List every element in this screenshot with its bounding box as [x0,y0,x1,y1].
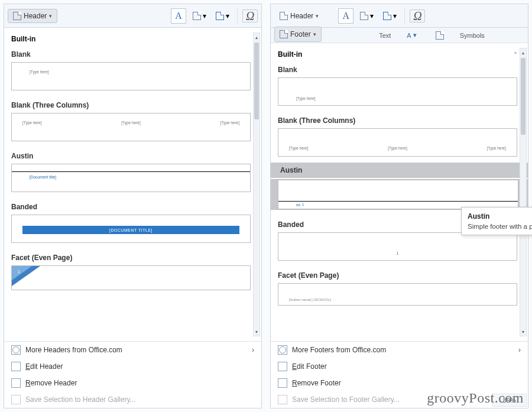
section-title: Built-in [11,33,251,46]
chevron-down-icon: ▾ [49,13,52,19]
omega-button[interactable]: Ω [242,9,258,22]
footer-gallery-panel: Header ▾ A ▾ ▾ Ω Footer ▾ Text A▾ Symbol… [270,4,528,408]
watermark: groovyPost.com [427,390,524,406]
preset-three-cols-thumb[interactable]: [Type here] [Type here] [Type here] [11,113,251,141]
dropdown-footer: More Headers from Office.com › Edit Head… [4,341,261,408]
edit-header-menu-item[interactable]: Edit Header [4,358,261,375]
preset-blank-label[interactable]: Blank [11,46,251,61]
ribbon: Header ▾ A ▾ ▾ Ω [4,4,261,28]
preset-blank-thumb[interactable]: [Type here] [278,77,517,106]
remove-footer-menu-item[interactable]: Remove Footer [271,375,528,391]
ribbon-small-4[interactable] [433,30,447,41]
page-remove-icon [11,378,21,388]
header-dropdown-button[interactable]: Header ▾ [8,9,57,23]
chevron-right-icon: › [252,346,254,354]
preset-banded-thumb[interactable]: 1 [278,232,517,261]
footer-dropdown-button[interactable]: Footer ▾ [274,27,322,42]
scrollbar-thumb[interactable] [521,58,525,135]
preset-three-cols-label[interactable]: Blank (Three Columns) [278,112,517,127]
tooltip-title: Austin [468,212,532,220]
tooltip-desc: Simple footer with a page border [468,223,532,230]
chevron-down-icon: ▾ [316,13,319,19]
chevron-right-icon: › [518,346,521,354]
text-box-icon[interactable]: A [171,8,186,24]
preset-facet-even-label[interactable]: Facet (Even Page) [11,249,251,264]
remove-header-menu-item[interactable]: Remove Header [4,375,261,391]
globe-icon [278,345,287,355]
scroll-up-arrow-icon[interactable]: ▴ [254,33,259,41]
page-icon [11,362,21,371]
ribbon-small-1[interactable]: ▾ [190,10,209,22]
text-box-icon[interactable]: A [338,8,353,24]
page-icon [280,12,288,20]
ribbon: Header ▾ A ▾ ▾ Ω [271,4,528,28]
preset-austin-label[interactable]: Austin [11,147,251,163]
page-icon [280,30,288,38]
preset-three-cols-thumb[interactable]: [Type here] [Type here] [Type here] [278,128,517,157]
page-remove-icon [278,378,287,388]
preset-facet-even-thumb[interactable]: 1 [11,265,251,290]
collapse-ribbon-icon[interactable]: ˄ [514,51,517,60]
preset-austin-thumb[interactable]: pg. 1 [271,179,528,210]
scroll-down-arrow-icon[interactable]: ▾ [254,327,259,336]
ribbon-small-1[interactable]: ▾ [357,10,377,22]
header-button-label: Header [24,12,47,20]
preset-austin-label[interactable]: Austin [271,163,528,178]
section-title: Built-in [278,48,517,61]
more-footers-menu-item[interactable]: More Footers from Office.com › [271,342,528,358]
page-icon [278,362,287,371]
preset-tooltip: Austin Simple footer with a page border [461,207,532,235]
omega-button[interactable]: Ω [410,9,425,22]
preset-facet-even-label[interactable]: Facet (Even Page) [278,267,517,282]
edit-footer-menu-item[interactable]: Edit Footer [271,358,528,375]
save-icon [11,395,21,404]
scrollbar-thumb[interactable] [254,43,259,119]
text-group-label: Text [379,32,391,39]
preset-austin-thumb[interactable]: [Document title] [11,164,251,192]
chevron-down-icon: ▾ [313,31,316,37]
globe-icon [11,345,21,355]
page-icon [13,12,21,20]
ribbon-groups: Footer ▾ Text A▾ Symbols [271,28,528,43]
preset-facet-even-thumb[interactable]: [Author name] | [SCHOOL] [278,283,517,306]
save-selection-menu-item: Save Selection to Header Gallery... [4,391,261,408]
preset-blank-thumb[interactable]: [Type here] [11,62,251,90]
preset-banded-label[interactable]: Banded [11,198,251,213]
more-headers-menu-item[interactable]: More Headers from Office.com › [4,342,261,358]
symbols-group-label: Symbols [460,32,485,39]
ribbon-small-2[interactable]: ▾ [380,10,400,22]
scroll-down-arrow-icon[interactable]: ▾ [520,327,526,336]
ribbon-small-2[interactable]: ▾ [213,10,232,22]
ribbon-small-3[interactable]: A▾ [404,30,419,41]
save-icon [278,395,287,404]
scroll-up-arrow-icon[interactable]: ▴ [520,48,526,57]
scrollbar[interactable]: ▴ ▾ [253,33,260,336]
preset-three-cols-label[interactable]: Blank (Three Columns) [11,96,251,112]
header-gallery-dropdown: Built-in Blank [Type here] Blank (Three … [4,28,261,408]
preset-blank-label[interactable]: Blank [278,61,517,76]
header-gallery-panel: Header ▾ A ▾ ▾ Ω Built-in Blank [Type he… [4,4,262,408]
header-dropdown-button[interactable]: Header ▾ [274,9,324,23]
preset-banded-thumb[interactable]: [DOCUMENT TITLE] [11,215,251,243]
scrollbar[interactable]: ▴ ▾ [520,48,527,336]
